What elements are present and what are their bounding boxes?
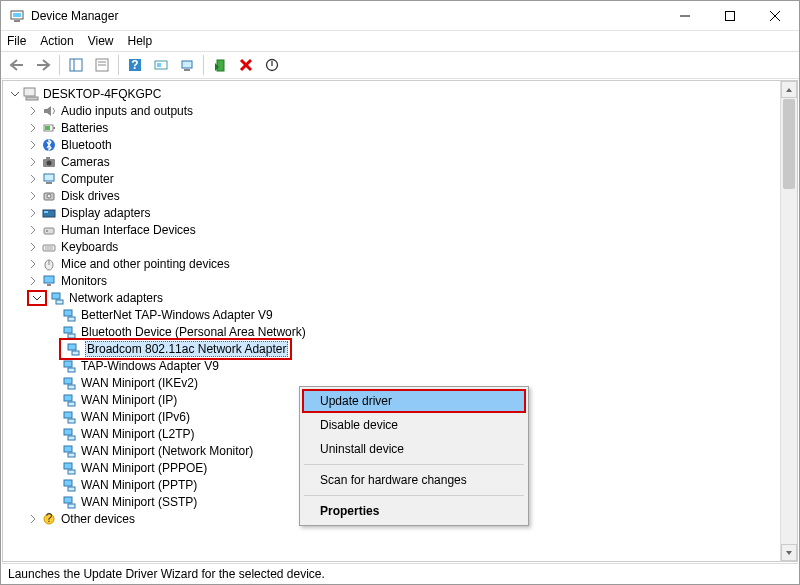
- scroll-up-button[interactable]: [781, 81, 797, 98]
- svg-rect-60: [64, 412, 72, 418]
- svg-rect-63: [68, 436, 75, 440]
- forward-button[interactable]: [31, 53, 55, 77]
- tree-category[interactable]: Bluetooth: [3, 136, 780, 153]
- tree-category[interactable]: Human Interface Devices: [3, 221, 780, 238]
- context-uninstall-device[interactable]: Uninstall device: [302, 437, 526, 461]
- expand-icon[interactable]: [27, 139, 39, 151]
- camera-icon: [41, 154, 57, 170]
- battery-icon: [41, 120, 57, 136]
- svg-point-29: [47, 160, 52, 165]
- tree-category[interactable]: Audio inputs and outputs: [3, 102, 780, 119]
- svg-rect-15: [157, 63, 161, 67]
- svg-rect-67: [68, 470, 75, 474]
- svg-rect-36: [44, 211, 48, 213]
- expand-icon[interactable]: [27, 173, 39, 185]
- tree-category[interactable]: Keyboards: [3, 238, 780, 255]
- svg-rect-66: [64, 463, 72, 469]
- tree-category[interactable]: Monitors: [3, 272, 780, 289]
- expand-icon[interactable]: [27, 258, 39, 270]
- svg-rect-48: [64, 310, 72, 316]
- expand-icon[interactable]: [27, 241, 39, 253]
- hid-icon: [41, 222, 57, 238]
- highlight-box: Broadcom 802.11ac Network Adapter: [59, 338, 292, 360]
- expand-icon[interactable]: [27, 513, 39, 525]
- expand-icon[interactable]: [27, 190, 39, 202]
- back-button[interactable]: [5, 53, 29, 77]
- svg-rect-23: [26, 97, 38, 100]
- menubar: File Action View Help: [1, 31, 799, 51]
- tree-device[interactable]: BetterNet TAP-Windows Adapter V9: [3, 306, 780, 323]
- svg-rect-31: [44, 174, 54, 181]
- menu-help[interactable]: Help: [128, 34, 153, 48]
- monitor-icon: [41, 273, 57, 289]
- svg-rect-37: [44, 228, 54, 234]
- context-separator: [304, 464, 524, 465]
- context-scan[interactable]: Scan for hardware changes: [302, 468, 526, 492]
- scan-button[interactable]: [175, 53, 199, 77]
- vertical-scrollbar[interactable]: [780, 81, 797, 561]
- help-button[interactable]: ?: [123, 53, 147, 77]
- tree-root[interactable]: DESKTOP-4FQKGPC: [3, 85, 780, 102]
- tree-device[interactable]: TAP-Windows Adapter V9: [3, 357, 780, 374]
- adapter-icon: [61, 426, 77, 442]
- toolbar: ?: [1, 51, 799, 79]
- context-separator: [304, 495, 524, 496]
- other-icon: ?: [41, 511, 57, 527]
- computer-icon: [23, 86, 39, 102]
- minimize-button[interactable]: [662, 1, 707, 30]
- adapter-icon: [61, 307, 77, 323]
- svg-rect-52: [68, 344, 76, 350]
- toolbar-separator: [118, 55, 119, 75]
- svg-rect-7: [70, 59, 82, 71]
- scroll-thumb[interactable]: [783, 99, 795, 189]
- action-button[interactable]: [149, 53, 173, 77]
- audio-icon: [41, 103, 57, 119]
- disable-button[interactable]: [260, 53, 284, 77]
- collapse-icon[interactable]: [9, 88, 21, 100]
- svg-rect-61: [68, 419, 75, 423]
- mouse-icon: [41, 256, 57, 272]
- menu-view[interactable]: View: [88, 34, 114, 48]
- show-hide-tree-button[interactable]: [64, 53, 88, 77]
- svg-rect-39: [43, 245, 55, 251]
- svg-rect-64: [64, 446, 72, 452]
- svg-rect-55: [68, 368, 75, 372]
- titlebar: Device Manager: [1, 1, 799, 31]
- svg-rect-49: [68, 317, 75, 321]
- collapse-icon[interactable]: [31, 292, 43, 304]
- expand-icon[interactable]: [27, 156, 39, 168]
- svg-text:?: ?: [46, 512, 53, 525]
- tree-category[interactable]: Disk drives: [3, 187, 780, 204]
- highlight-box: [27, 290, 47, 306]
- update-driver-button[interactable]: [208, 53, 232, 77]
- expand-icon[interactable]: [27, 275, 39, 287]
- expand-icon[interactable]: [27, 122, 39, 134]
- menu-action[interactable]: Action: [40, 34, 73, 48]
- svg-rect-69: [68, 487, 75, 491]
- tree-category-network[interactable]: Network adapters: [3, 289, 780, 306]
- bluetooth-icon: [41, 137, 57, 153]
- maximize-button[interactable]: [707, 1, 752, 30]
- tree-device-selected[interactable]: Broadcom 802.11ac Network Adapter: [3, 340, 780, 357]
- svg-rect-44: [44, 276, 54, 283]
- scroll-down-button[interactable]: [781, 544, 797, 561]
- display-icon: [41, 205, 57, 221]
- expand-icon[interactable]: [27, 224, 39, 236]
- tree-category[interactable]: Computer: [3, 170, 780, 187]
- tree-category[interactable]: Batteries: [3, 119, 780, 136]
- context-disable-device[interactable]: Disable device: [302, 413, 526, 437]
- tree-category[interactable]: Cameras: [3, 153, 780, 170]
- svg-point-38: [46, 230, 48, 232]
- menu-file[interactable]: File: [7, 34, 26, 48]
- properties-button[interactable]: [90, 53, 114, 77]
- tree-category[interactable]: Mice and other pointing devices: [3, 255, 780, 272]
- expand-icon[interactable]: [27, 105, 39, 117]
- svg-rect-22: [24, 88, 35, 96]
- context-properties[interactable]: Properties: [302, 499, 526, 523]
- expand-icon[interactable]: [27, 207, 39, 219]
- uninstall-button[interactable]: [234, 53, 258, 77]
- tree-category[interactable]: Display adapters: [3, 204, 780, 221]
- context-update-driver[interactable]: Update driver: [302, 389, 526, 413]
- adapter-icon: [61, 494, 77, 510]
- close-button[interactable]: [752, 1, 797, 30]
